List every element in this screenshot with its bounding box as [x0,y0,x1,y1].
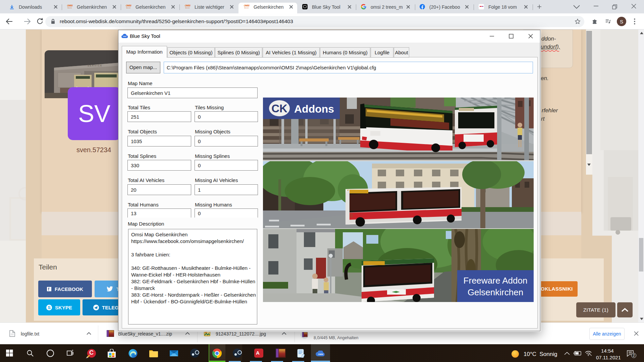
svg-text:SERVICE: SERVICE [88,64,103,67]
svg-text:OMSI: OMSI [318,353,323,355]
